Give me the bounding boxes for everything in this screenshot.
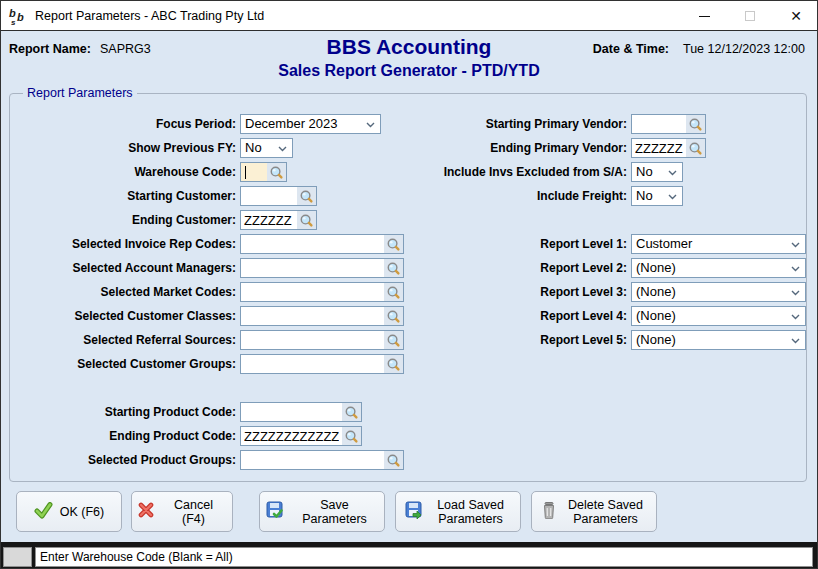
- selected-market-codes-input[interactable]: [241, 283, 384, 301]
- load-icon: [405, 501, 423, 522]
- titlebar: b s b Report Parameters - ABC Trading Pt…: [1, 1, 817, 31]
- starting-customer-label: Starting Customer:: [11, 189, 236, 203]
- datetime-value: Tue 12/12/2023 12:00: [683, 42, 805, 56]
- selected-product-groups-input[interactable]: [241, 451, 384, 469]
- selected-account-managers-input[interactable]: [241, 259, 384, 277]
- selected-account-managers-label: Selected Account Managers:: [11, 261, 236, 275]
- chevron-down-icon: [791, 242, 800, 248]
- selected-customer-classes-input[interactable]: [241, 307, 384, 325]
- load-saved-parameters-label: Load Saved Parameters: [430, 498, 512, 526]
- include-freight-label: Include Freight:: [392, 189, 627, 203]
- search-icon[interactable]: [384, 451, 403, 469]
- starting-product-code-input[interactable]: [241, 403, 342, 421]
- selected-customer-groups-label: Selected Customer Groups:: [11, 357, 236, 371]
- report-level-4-select[interactable]: (None): [631, 306, 806, 326]
- report-level-4-value: (None): [636, 308, 676, 323]
- report-level-4-label: Report Level 4:: [392, 309, 627, 323]
- report-level-1-label: Report Level 1:: [392, 237, 627, 251]
- ending-primary-vendor-label: Ending Primary Vendor:: [392, 141, 627, 155]
- minimize-button[interactable]: [688, 4, 720, 28]
- status-message: Enter Warehouse Code (Blank = All): [35, 547, 813, 567]
- selected-market-codes-lookup: [240, 282, 404, 302]
- check-icon: [34, 502, 53, 522]
- show-previous-fy-select[interactable]: No: [240, 138, 293, 158]
- search-icon[interactable]: [686, 139, 705, 157]
- load-saved-parameters-button[interactable]: Load Saved Parameters: [395, 491, 521, 532]
- ending-primary-vendor-lookup: [631, 138, 706, 158]
- search-icon[interactable]: [384, 355, 403, 373]
- include-invs-excluded-value: No: [636, 164, 653, 179]
- starting-customer-lookup: [240, 186, 317, 206]
- selected-referral-sources-lookup: [240, 330, 404, 350]
- search-icon[interactable]: [686, 115, 705, 133]
- starting-primary-vendor-lookup: [631, 114, 706, 134]
- search-icon[interactable]: [297, 211, 316, 229]
- report-level-1-select[interactable]: Customer: [631, 234, 806, 254]
- warehouse-code-label: Warehouse Code:: [11, 165, 236, 179]
- report-level-5-select[interactable]: (None): [631, 330, 806, 350]
- warehouse-code-lookup: [240, 162, 287, 182]
- starting-product-code-label: Starting Product Code:: [11, 405, 236, 419]
- close-button[interactable]: ✕: [780, 4, 812, 28]
- selected-customer-groups-lookup: [240, 354, 404, 374]
- report-level-2-value: (None): [636, 260, 676, 275]
- report-level-2-select[interactable]: (None): [631, 258, 806, 278]
- status-bar: Enter Warehouse Code (Blank = All): [1, 542, 817, 569]
- starting-customer-input[interactable]: [241, 187, 297, 205]
- search-icon[interactable]: [297, 187, 316, 205]
- status-grip: [3, 547, 32, 567]
- selected-referral-sources-label: Selected Referral Sources:: [11, 333, 236, 347]
- bsb-app-icon: b s b: [8, 6, 28, 26]
- ending-customer-input[interactable]: [241, 211, 297, 229]
- x-icon: [138, 502, 154, 521]
- include-invs-excluded-select[interactable]: No: [631, 162, 683, 182]
- ending-primary-vendor-input[interactable]: [632, 139, 686, 157]
- selected-market-codes-label: Selected Market Codes:: [11, 285, 236, 299]
- chevron-down-icon: [668, 194, 677, 200]
- ok-button[interactable]: OK (F6): [16, 491, 122, 532]
- focus-period-label: Focus Period:: [11, 117, 236, 131]
- chevron-down-icon: [791, 338, 800, 344]
- ok-button-label: OK (F6): [60, 505, 104, 519]
- include-invs-excluded-label: Include Invs Excluded from S/A:: [392, 165, 627, 179]
- report-level-5-label: Report Level 5:: [392, 333, 627, 347]
- selected-invoice-rep-codes-input[interactable]: [241, 235, 384, 253]
- selected-customer-groups-input[interactable]: [241, 355, 384, 373]
- report-level-5-value: (None): [636, 332, 676, 347]
- cancel-button[interactable]: Cancel (F4): [131, 491, 233, 532]
- focus-period-select[interactable]: December 2023: [240, 114, 381, 134]
- search-icon[interactable]: [267, 163, 286, 181]
- save-parameters-button[interactable]: Save Parameters: [259, 491, 385, 532]
- report-level-2-label: Report Level 2:: [392, 261, 627, 275]
- maximize-button[interactable]: [734, 4, 766, 28]
- ending-product-code-input[interactable]: [241, 427, 342, 445]
- window-title: Report Parameters - ABC Trading Pty Ltd: [35, 9, 264, 23]
- starting-primary-vendor-input[interactable]: [632, 115, 686, 133]
- report-level-3-select[interactable]: (None): [631, 282, 806, 302]
- close-icon: ✕: [790, 9, 802, 23]
- selected-referral-sources-input[interactable]: [241, 331, 384, 349]
- show-previous-fy-value: No: [245, 140, 262, 155]
- chevron-down-icon: [278, 146, 287, 152]
- selected-product-groups-lookup: [240, 450, 404, 470]
- selected-account-managers-lookup: [240, 258, 404, 278]
- show-previous-fy-label: Show Previous FY:: [11, 141, 236, 155]
- svg-text:b: b: [17, 11, 24, 23]
- selected-invoice-rep-codes-label: Selected Invoice Rep Codes:: [11, 237, 236, 251]
- include-freight-value: No: [636, 188, 653, 203]
- focus-period-value: December 2023: [245, 116, 338, 131]
- datetime-label: Date & Time:: [564, 42, 669, 56]
- groupbox-title: Report Parameters: [23, 86, 137, 100]
- chevron-down-icon: [791, 314, 800, 320]
- delete-saved-parameters-button[interactable]: Delete Saved Parameters: [531, 491, 657, 532]
- report-level-1-value: Customer: [636, 236, 692, 251]
- search-icon[interactable]: [342, 427, 361, 445]
- maximize-icon: [745, 11, 755, 21]
- report-parameters-window: b s b Report Parameters - ABC Trading Pt…: [0, 0, 818, 569]
- ending-customer-label: Ending Customer:: [11, 213, 236, 227]
- include-freight-select[interactable]: No: [631, 186, 683, 206]
- chevron-down-icon: [366, 122, 375, 128]
- selected-customer-classes-label: Selected Customer Classes:: [11, 309, 236, 323]
- trash-icon: [541, 501, 557, 522]
- search-icon[interactable]: [342, 403, 361, 421]
